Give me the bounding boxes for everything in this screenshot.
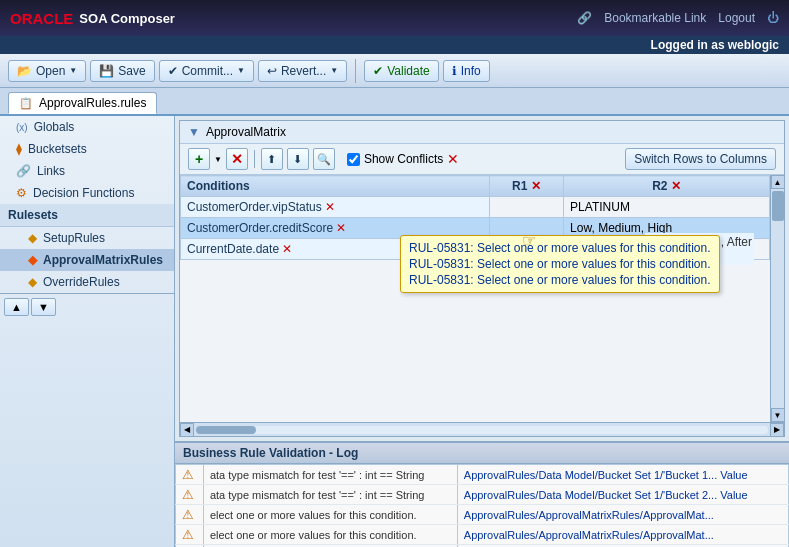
horiz-scroll-thumb[interactable] bbox=[196, 426, 256, 434]
approvalmatrixrules-label: ApprovalMatrixRules bbox=[43, 253, 163, 267]
validate-button[interactable]: ✔ Validate bbox=[364, 60, 438, 82]
open-button[interactable]: 📂 Open ▼ bbox=[8, 60, 86, 82]
approval-rules-tab[interactable]: 📋 ApprovalRules.rules bbox=[8, 92, 157, 114]
setuprules-icon bbox=[28, 231, 37, 245]
log-path-3: ApprovalRules/ApprovalMatrixRules/Approv… bbox=[457, 525, 788, 545]
log-warn-icon-0: ⚠ bbox=[176, 465, 204, 485]
scroll-right-button[interactable]: ▶ bbox=[770, 423, 784, 437]
log-msg-3: elect one or more values for this condit… bbox=[203, 525, 457, 545]
matrix-expand-icon[interactable]: ▼ bbox=[188, 125, 200, 139]
table-row: CustomerOrder.vipStatus ✕ PLATINUM bbox=[181, 197, 770, 218]
sidebar-down-button[interactable]: ▼ bbox=[31, 298, 56, 316]
bucketsets-label: Bucketsets bbox=[28, 142, 87, 156]
tab-icon: 📋 bbox=[19, 97, 33, 110]
commit-dropdown-arrow: ▼ bbox=[237, 66, 245, 75]
row-0-error-icon: ✕ bbox=[325, 200, 335, 214]
row-0-col-r1[interactable] bbox=[489, 197, 564, 218]
decision-toolbar: + ▼ ✕ ⬆ ⬇ 🔍 Show Conflicts ✕ Switch Rows… bbox=[180, 144, 784, 175]
bucketsets-icon bbox=[16, 142, 22, 156]
sidebar-item-overriderules[interactable]: OverrideRules bbox=[0, 271, 174, 293]
revert-button[interactable]: ↩ Revert... ▼ bbox=[258, 60, 347, 82]
scroll-track bbox=[771, 189, 784, 408]
table-area: Conditions R1 ✕ R2 ✕ bbox=[180, 175, 784, 422]
tooltip-line-2: RUL-05831: Select one or more values for… bbox=[409, 256, 711, 272]
content-inner: ▼ ApprovalMatrix + ▼ ✕ ⬆ ⬇ 🔍 Show Confli… bbox=[179, 120, 785, 437]
open-icon: 📂 bbox=[17, 64, 32, 78]
logged-in-user: weblogic bbox=[728, 38, 779, 52]
setuprules-label: SetupRules bbox=[43, 231, 105, 245]
log-msg-2: elect one or more values for this condit… bbox=[203, 505, 457, 525]
scroll-left-button[interactable]: ◀ bbox=[180, 423, 194, 437]
row-2-error-icon: ✕ bbox=[282, 242, 292, 256]
log-msg-0: ata type mismatch for test '==' : int ==… bbox=[203, 465, 457, 485]
scroll-up-button[interactable]: ▲ bbox=[771, 175, 785, 189]
log-row: ⚠ elect one or more values for this cond… bbox=[176, 505, 789, 525]
move-down-button[interactable]: ⬇ bbox=[287, 148, 309, 170]
logout-icon: ⏻ bbox=[767, 11, 779, 25]
commit-icon: ✔ bbox=[168, 64, 178, 78]
vertical-scrollbar[interactable]: ▲ ▼ bbox=[770, 175, 784, 422]
log-area: Business Rule Validation - Log ⚠ ata typ… bbox=[175, 441, 789, 547]
globals-label: Globals bbox=[34, 120, 75, 134]
globals-icon bbox=[16, 120, 28, 134]
scroll-thumb[interactable] bbox=[772, 191, 784, 221]
row-label-0: CustomerOrder.vipStatus ✕ bbox=[181, 197, 490, 218]
rulesets-section: Rulesets bbox=[0, 204, 174, 227]
matrix-header: ▼ ApprovalMatrix bbox=[180, 121, 784, 144]
switch-rows-columns-button[interactable]: Switch Rows to Columns bbox=[625, 148, 776, 170]
add-dropdown-arrow[interactable]: ▼ bbox=[214, 155, 222, 164]
logout-link[interactable]: Logout bbox=[718, 11, 755, 25]
sidebar-item-links[interactable]: 🔗 Links bbox=[0, 160, 174, 182]
show-conflicts-checkbox[interactable] bbox=[347, 153, 360, 166]
sidebar-item-setuprules[interactable]: SetupRules bbox=[0, 227, 174, 249]
soa-composer-text: SOA Composer bbox=[79, 11, 175, 26]
log-warn-icon-1: ⚠ bbox=[176, 485, 204, 505]
links-label: Links bbox=[37, 164, 65, 178]
sidebar-item-approvalmatrixrules[interactable]: ApprovalMatrixRules bbox=[0, 249, 174, 271]
horizontal-scrollbar[interactable]: ◀ ▶ bbox=[180, 422, 784, 436]
show-conflicts-area: Show Conflicts ✕ bbox=[347, 151, 459, 167]
link-icon: 🔗 bbox=[577, 11, 592, 25]
search-button[interactable]: 🔍 bbox=[313, 148, 335, 170]
conditions-header-cell: Conditions bbox=[181, 176, 490, 197]
add-row-button[interactable]: + bbox=[188, 148, 210, 170]
log-table: ⚠ ata type mismatch for test '==' : int … bbox=[175, 464, 789, 547]
col-r1-delete[interactable]: ✕ bbox=[531, 179, 541, 193]
log-header: Business Rule Validation - Log bbox=[175, 443, 789, 464]
switch-btn-label: Switch Rows to Columns bbox=[634, 152, 767, 166]
sidebar-up-button[interactable]: ▲ bbox=[4, 298, 29, 316]
row-0-col-r2[interactable]: PLATINUM bbox=[564, 197, 770, 218]
rulesets-header: Rulesets bbox=[8, 208, 58, 222]
sidebar-item-globals[interactable]: Globals bbox=[0, 116, 174, 138]
bookmarkable-link[interactable]: Bookmarkable Link bbox=[604, 11, 706, 25]
main-toolbar: 📂 Open ▼ 💾 Save ✔ Commit... ▼ ↩ Revert..… bbox=[0, 54, 789, 88]
matrix-name: ApprovalMatrix bbox=[206, 125, 286, 139]
approvalmatrixrules-icon bbox=[28, 253, 37, 267]
validate-icon: ✔ bbox=[373, 64, 383, 78]
scroll-down-button[interactable]: ▼ bbox=[771, 408, 785, 422]
log-path-1: ApprovalRules/Data Model/Bucket Set 1/'B… bbox=[457, 485, 788, 505]
col-r2-delete[interactable]: ✕ bbox=[671, 179, 681, 193]
log-row: ⚠ ata type mismatch for test '==' : int … bbox=[176, 465, 789, 485]
table-wrapper[interactable]: Conditions R1 ✕ R2 ✕ bbox=[180, 175, 770, 422]
log-row: ⚠ elect one or more values for this cond… bbox=[176, 525, 789, 545]
sidebar-nav-buttons: ▲ ▼ bbox=[0, 293, 174, 320]
commit-button[interactable]: ✔ Commit... ▼ bbox=[159, 60, 254, 82]
sidebar-item-bucketsets[interactable]: Bucketsets bbox=[0, 138, 174, 160]
log-path-0: ApprovalRules/Data Model/Bucket Set 1/'B… bbox=[457, 465, 788, 485]
revert-icon: ↩ bbox=[267, 64, 277, 78]
move-up-button[interactable]: ⬆ bbox=[261, 148, 283, 170]
row-1-error-icon: ✕ bbox=[336, 221, 346, 235]
decision-functions-icon bbox=[16, 186, 27, 200]
log-row: ⚠ ata type mismatch for test '==' : int … bbox=[176, 485, 789, 505]
save-button[interactable]: 💾 Save bbox=[90, 60, 154, 82]
open-dropdown-arrow: ▼ bbox=[69, 66, 77, 75]
col-r1-header: R1 ✕ bbox=[489, 176, 564, 197]
col-r2-header: R2 ✕ bbox=[564, 176, 770, 197]
delete-row-button[interactable]: ✕ bbox=[226, 148, 248, 170]
tab-label: ApprovalRules.rules bbox=[39, 96, 146, 110]
info-button[interactable]: ℹ Info bbox=[443, 60, 490, 82]
app-logo: ORACLE SOA Composer bbox=[10, 10, 175, 27]
sidebar-item-decision-functions[interactable]: Decision Functions bbox=[0, 182, 174, 204]
dt-separator-1 bbox=[254, 150, 255, 168]
